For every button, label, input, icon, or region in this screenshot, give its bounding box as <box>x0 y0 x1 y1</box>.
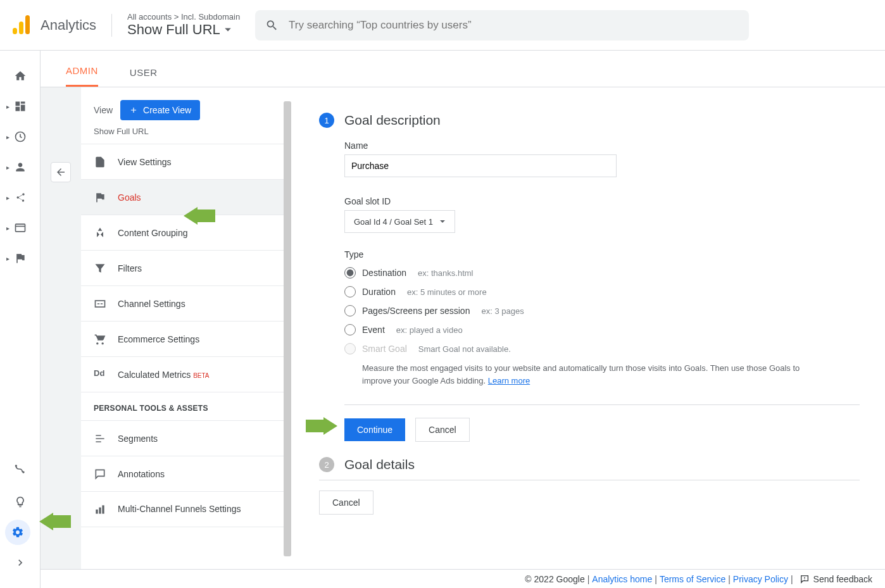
menu-goals[interactable]: Goals <box>81 180 284 215</box>
nav-realtime[interactable]: ▸ <box>5 122 35 152</box>
step2-title: Goal details <box>344 457 415 472</box>
clock-icon <box>14 130 27 143</box>
channel-icon <box>94 297 106 310</box>
form-area: 1 Goal description Name Goal slot ID Goa… <box>284 87 885 569</box>
svg-rect-4 <box>15 224 25 232</box>
breadcrumb: All accounts > Incl. Subdomain <box>127 12 240 22</box>
radio-input <box>344 343 356 354</box>
home-icon <box>14 70 27 82</box>
admin-column: View Create View Show Full URL View Sett… <box>81 87 284 569</box>
radio-label: Destination <box>362 268 406 278</box>
funnel-icon <box>94 262 106 275</box>
learn-more-link[interactable]: Learn more <box>488 376 530 385</box>
cart-icon <box>94 333 106 346</box>
admin-tabs: ADMIN USER <box>41 51 885 87</box>
create-view-button[interactable]: Create View <box>120 100 200 120</box>
nav-discover[interactable] <box>5 487 35 517</box>
radio-duration[interactable]: Duration ex: 5 minutes or more <box>344 282 860 301</box>
search-bar[interactable] <box>255 10 749 41</box>
property-selector[interactable]: All accounts > Incl. Subdomain Show Full… <box>127 12 240 38</box>
bars-icon <box>94 503 106 516</box>
radio-label: Duration <box>362 287 396 297</box>
main-area: View Create View Show Full URL View Sett… <box>41 87 885 569</box>
nav-acquisition[interactable]: ▸ <box>5 182 35 213</box>
menu-view-settings[interactable]: View Settings <box>81 144 284 180</box>
caret-down-icon <box>224 26 232 34</box>
nav-admin[interactable] <box>5 520 30 545</box>
gear-icon <box>11 526 24 539</box>
nav-attribution[interactable] <box>5 454 35 484</box>
view-name-text: Show Full URL <box>127 22 220 38</box>
radio-event[interactable]: Event ex: played a video <box>344 320 860 339</box>
admin-col-header: View Create View <box>81 87 284 127</box>
search-input[interactable] <box>289 19 739 32</box>
cancel-button-2[interactable]: Cancel <box>319 491 373 515</box>
scrollbar[interactable] <box>284 101 291 556</box>
view-label: View <box>94 105 113 115</box>
svg-rect-2 <box>25 15 30 34</box>
footer-link-privacy[interactable]: Privacy Policy <box>733 574 788 584</box>
radio-input[interactable] <box>344 324 356 335</box>
radio-label: Event <box>362 325 385 335</box>
menu-annotations[interactable]: Annotations <box>81 456 284 492</box>
menu-label: Goals <box>118 192 141 203</box>
menu-filters[interactable]: Filters <box>81 251 284 286</box>
nav-dashboards[interactable]: ▸ <box>5 91 35 122</box>
chevron-right-icon <box>14 556 27 569</box>
step1-body: Name Goal slot ID Goal Id 4 / Goal Set 1… <box>319 141 860 387</box>
radio-label: Pages/Screens per session <box>362 306 470 316</box>
menu-ecommerce-settings[interactable]: Ecommerce Settings <box>81 322 284 357</box>
footer-link-home[interactable]: Analytics home <box>592 574 652 584</box>
nav-behavior[interactable]: ▸ <box>5 213 35 243</box>
menu-label: Filters <box>118 263 142 273</box>
caret-right-icon: ▸ <box>6 164 9 171</box>
footer-link-tos[interactable]: Terms of Service <box>660 574 725 584</box>
nav-audience[interactable]: ▸ <box>5 152 35 182</box>
send-feedback-button[interactable]: Send feedback <box>800 574 872 584</box>
menu-label: View Settings <box>118 157 172 167</box>
divider <box>344 404 860 405</box>
radio-destination[interactable]: Destination ex: thanks.html <box>344 263 860 282</box>
caret-right-icon: ▸ <box>6 134 9 141</box>
menu-label: Calculated MetricsBETA <box>118 370 210 380</box>
svg-rect-9 <box>96 510 97 514</box>
tab-admin[interactable]: ADMIN <box>66 65 98 87</box>
svg-point-6 <box>15 465 16 466</box>
radio-input[interactable] <box>344 267 356 278</box>
step2-buttons: Cancel <box>319 491 860 515</box>
nav-conversions[interactable]: ▸ <box>5 243 35 273</box>
caret-right-icon: ▸ <box>6 194 9 201</box>
menu-calculated-metrics[interactable]: Dd Calculated MetricsBETA <box>81 357 284 392</box>
grouping-icon <box>94 227 106 239</box>
menu-mcf-settings[interactable]: Multi-Channel Funnels Settings <box>81 492 284 527</box>
menu-label: Multi-Channel Funnels Settings <box>118 503 241 515</box>
cancel-button[interactable]: Cancel <box>415 418 470 442</box>
personal-section-label: PERSONAL TOOLS & ASSETS <box>81 392 284 420</box>
product-name: Analytics <box>41 17 96 34</box>
svg-rect-0 <box>13 28 17 34</box>
nav-collapse[interactable] <box>5 547 35 578</box>
svg-point-7 <box>22 471 24 473</box>
share-icon <box>14 191 27 204</box>
step1-title: Goal description <box>344 113 441 128</box>
back-button[interactable] <box>51 162 71 182</box>
goal-slot-dropdown[interactable]: Goal Id 4 / Goal Set 1 <box>344 210 455 233</box>
svg-point-13 <box>804 579 805 580</box>
lightbulb-icon <box>14 496 27 508</box>
step1-buttons: Continue Cancel <box>344 418 860 442</box>
menu-content-grouping[interactable]: Content Grouping <box>81 215 284 251</box>
radio-input[interactable] <box>344 286 356 297</box>
menu-channel-settings[interactable]: Channel Settings <box>81 286 284 322</box>
person-icon <box>14 161 27 173</box>
radio-pages[interactable]: Pages/Screens per session ex: 3 pages <box>344 301 860 320</box>
type-label: Type <box>344 249 860 260</box>
radio-input[interactable] <box>344 305 356 316</box>
logo-block: Analytics <box>10 14 112 37</box>
goal-name-input[interactable] <box>344 154 617 177</box>
nav-home[interactable] <box>5 61 35 91</box>
menu-segments[interactable]: Segments <box>81 421 284 456</box>
continue-button[interactable]: Continue <box>344 418 405 441</box>
analytics-logo-icon <box>10 14 33 37</box>
tab-user[interactable]: USER <box>130 67 158 87</box>
copyright: © 2022 Google <box>525 574 584 584</box>
